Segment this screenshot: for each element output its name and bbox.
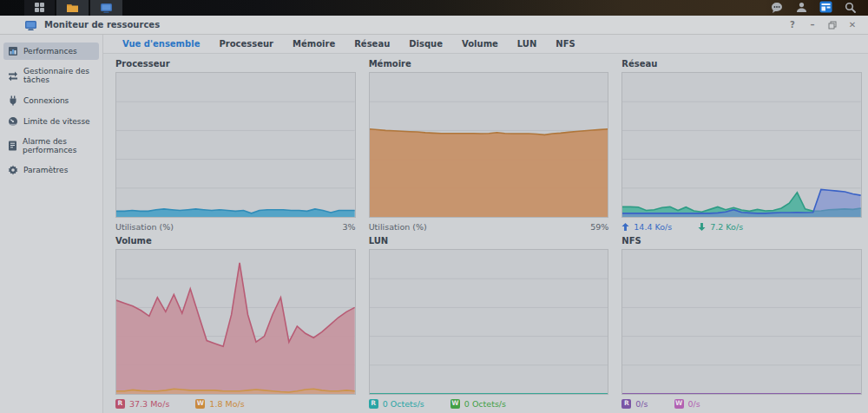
widgets-icon bbox=[819, 0, 832, 16]
legend-w-badge: W bbox=[450, 399, 460, 409]
panel-title: Volume bbox=[115, 236, 356, 249]
search-icon bbox=[845, 0, 856, 16]
legend-entry: R0 Octets/s bbox=[369, 399, 424, 409]
legend-value: 37.3 Mo/s bbox=[129, 399, 169, 409]
legend-value: 1.8 Mo/s bbox=[209, 399, 244, 409]
legend-value: 0 Octets/s bbox=[383, 399, 424, 409]
apps-grid-icon bbox=[34, 0, 45, 16]
resource-monitor-window: Moniteur de ressources ? – ✕ Performance… bbox=[0, 16, 868, 413]
panel-title: Processeur bbox=[115, 59, 356, 72]
legend-value: 0 Octets/s bbox=[464, 399, 506, 409]
tray-widgets-button[interactable] bbox=[816, 1, 835, 15]
sidebar-item-label: Performances bbox=[23, 47, 77, 56]
window-titlebar: Moniteur de ressources ? – ✕ bbox=[0, 16, 868, 35]
help-button[interactable]: ? bbox=[786, 19, 799, 31]
sidebar-item-limite-de-vitesse[interactable]: Limite de vitesse bbox=[3, 113, 99, 130]
tab-lun[interactable]: LUN bbox=[517, 39, 537, 49]
sidebar-item-label: Limite de vitesse bbox=[23, 117, 90, 126]
legend-entry: W1.8 Mo/s bbox=[195, 399, 244, 409]
processeur-legend: Utilisation (%)3% bbox=[115, 218, 356, 233]
tray-notifications-button[interactable] bbox=[767, 1, 786, 15]
panel-volume: VolumeR37.3 Mo/sW1.8 Mo/s bbox=[115, 236, 356, 410]
tab-processeur[interactable]: Processeur bbox=[219, 39, 273, 49]
panel-nfs: NFSR0/sW0/s bbox=[621, 236, 862, 410]
panel-title: Réseau bbox=[621, 59, 862, 72]
taskbar-file-station-button[interactable] bbox=[56, 0, 89, 16]
legend-label: Utilisation (%) bbox=[115, 222, 174, 232]
tab-memoire[interactable]: Mémoire bbox=[293, 39, 335, 49]
volume-legend: R37.3 Mo/sW1.8 Mo/s bbox=[115, 395, 356, 410]
speedometer-icon bbox=[8, 116, 18, 127]
legend-r-badge: R bbox=[115, 399, 125, 409]
taskbar-apps bbox=[0, 0, 122, 16]
legend-w-badge: W bbox=[195, 399, 205, 409]
tab-nfs[interactable]: NFS bbox=[556, 39, 575, 49]
legend-r-badge: R bbox=[621, 399, 631, 409]
nfs-legend: R0/sW0/s bbox=[621, 395, 862, 410]
panel-title: NFS bbox=[621, 236, 862, 249]
chat-bubble-icon bbox=[771, 0, 783, 16]
taskbar-tray bbox=[767, 0, 868, 16]
tray-user-options-button[interactable] bbox=[792, 1, 811, 15]
nfs-chart bbox=[621, 249, 862, 395]
legend-value: 0/s bbox=[635, 399, 648, 409]
memoire-legend: Utilisation (%)59% bbox=[369, 218, 609, 233]
tab-volume[interactable]: Volume bbox=[462, 39, 498, 49]
close-button[interactable]: ✕ bbox=[845, 19, 859, 31]
legend-entry: R0/s bbox=[621, 399, 648, 409]
download-arrow-icon bbox=[698, 223, 706, 231]
memoire-chart bbox=[369, 72, 609, 218]
sidebar: PerformancesGestionnaire des tâchesConne… bbox=[0, 35, 103, 413]
panel-title: LUN bbox=[369, 236, 609, 249]
window-title: Moniteur de ressources bbox=[44, 20, 160, 30]
tray-search-button[interactable] bbox=[840, 1, 859, 15]
panel-lun: LUNR0 Octets/sW0 Octets/s bbox=[369, 236, 609, 410]
tab-reseau[interactable]: Réseau bbox=[354, 39, 390, 49]
tab-bar: Vue d'ensembleProcesseurMémoireRéseauDis… bbox=[103, 35, 868, 54]
volume-chart bbox=[115, 249, 356, 395]
panel-title: Mémoire bbox=[369, 59, 609, 72]
alarm-report-icon bbox=[8, 141, 17, 151]
legend-entry: W0 Octets/s bbox=[450, 399, 506, 409]
legend-entry: W0/s bbox=[674, 399, 700, 409]
sidebar-item-label: Gestionnaire des tâches bbox=[23, 67, 95, 85]
performance-chart-icon bbox=[8, 46, 18, 56]
desktop-taskbar bbox=[0, 0, 868, 16]
sidebar-item-parametres[interactable]: Paramètres bbox=[3, 161, 99, 179]
upload-arrow-icon bbox=[621, 223, 629, 231]
reseau-chart bbox=[621, 72, 862, 218]
legend-value: 3% bbox=[343, 222, 356, 232]
charts-grid: ProcesseurUtilisation (%)3%MémoireUtilis… bbox=[103, 54, 868, 413]
sidebar-item-alarme-des-performances[interactable]: Alarme des performances bbox=[3, 134, 99, 159]
sidebar-item-gestionnaire-des-taches[interactable]: Gestionnaire des tâches bbox=[3, 63, 99, 88]
sidebar-item-label: Paramètres bbox=[23, 166, 68, 174]
tab-vue-d-ensemble[interactable]: Vue d'ensemble bbox=[122, 39, 200, 49]
panel-processeur: ProcesseurUtilisation (%)3% bbox=[115, 59, 356, 233]
monitor-icon bbox=[100, 0, 113, 16]
tab-disque[interactable]: Disque bbox=[409, 39, 443, 49]
legend-value: 14.4 Ko/s bbox=[634, 222, 672, 232]
monitor-icon bbox=[24, 20, 37, 30]
lun-chart bbox=[369, 249, 609, 395]
plug-icon bbox=[8, 95, 18, 106]
sidebar-item-label: Connexions bbox=[23, 96, 69, 105]
lun-legend: R0 Octets/sW0 Octets/s bbox=[369, 395, 609, 410]
taskbar-resource-monitor-button[interactable] bbox=[90, 0, 122, 16]
taskbar-main-menu-button[interactable] bbox=[24, 0, 55, 16]
legend-w-badge: W bbox=[674, 399, 684, 409]
legend-entry: 7.2 Ko/s bbox=[698, 222, 743, 232]
minimize-button[interactable]: – bbox=[806, 19, 819, 31]
sidebar-item-performances[interactable]: Performances bbox=[3, 43, 99, 60]
restore-button[interactable] bbox=[825, 19, 839, 31]
gear-icon bbox=[8, 165, 18, 175]
panel-memoire: MémoireUtilisation (%)59% bbox=[369, 59, 609, 233]
legend-r-badge: R bbox=[369, 399, 378, 409]
user-icon bbox=[796, 0, 807, 16]
processeur-chart bbox=[115, 72, 356, 218]
sidebar-item-connexions[interactable]: Connexions bbox=[3, 92, 99, 109]
legend-entry: R37.3 Mo/s bbox=[115, 399, 169, 409]
legend-value: 0/s bbox=[688, 399, 700, 409]
legend-value: 59% bbox=[590, 222, 608, 232]
legend-entry: 14.4 Ko/s bbox=[621, 222, 672, 232]
folder-icon bbox=[66, 0, 79, 16]
